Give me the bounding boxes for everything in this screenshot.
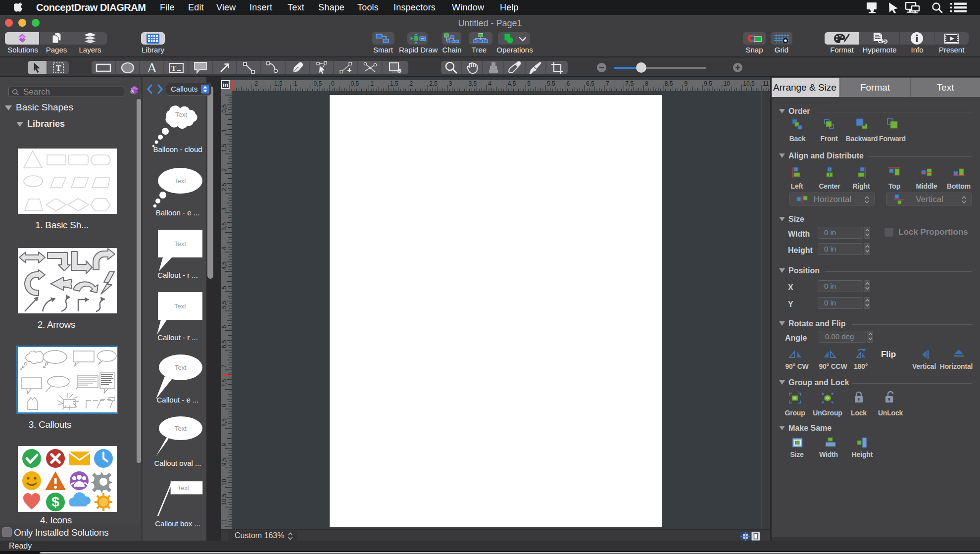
svg-text:9: 9 (684, 80, 687, 87)
svg-text:6: 6 (567, 80, 570, 87)
svg-text:8,5: 8,5 (665, 80, 673, 87)
svg-text:Text: Text (174, 302, 186, 310)
svg-text:5,5: 5,5 (221, 301, 228, 309)
svg-text:-1,5: -1,5 (272, 80, 283, 87)
svg-text:2,5: 2,5 (221, 183, 228, 191)
svg-text:-0,5: -0,5 (311, 80, 322, 87)
svg-text:3: 3 (221, 207, 228, 211)
svg-text:6,5: 6,5 (586, 80, 594, 87)
svg-text:3,5: 3,5 (468, 80, 477, 87)
svg-text:0: 0 (331, 80, 335, 87)
svg-text:7,5: 7,5 (626, 80, 634, 87)
svg-text:-1: -1 (292, 80, 297, 87)
svg-text:4: 4 (221, 247, 228, 250)
svg-text:0,5: 0,5 (351, 80, 359, 87)
svg-text:0,5: 0,5 (221, 104, 228, 113)
svg-text:1,5: 1,5 (390, 80, 398, 87)
svg-text:T: T (55, 63, 61, 72)
svg-text:4: 4 (488, 80, 491, 87)
svg-text:Text: Text (178, 485, 189, 492)
svg-text:Text: Text (175, 111, 187, 118)
svg-text:2: 2 (221, 168, 228, 172)
svg-text:6: 6 (221, 325, 228, 329)
svg-text:3,5: 3,5 (221, 222, 228, 230)
svg-text:T: T (171, 64, 176, 72)
svg-text:8: 8 (645, 80, 648, 87)
svg-text:-2: -2 (253, 80, 258, 87)
svg-text:1: 1 (370, 80, 374, 87)
svg-text:9,5: 9,5 (221, 457, 228, 466)
svg-text:Text: Text (174, 240, 186, 248)
svg-text:2: 2 (410, 80, 413, 87)
svg-text:9: 9 (221, 443, 228, 446)
svg-text:7: 7 (606, 80, 609, 87)
svg-text:7: 7 (221, 364, 228, 368)
svg-text:8,5: 8,5 (221, 418, 228, 427)
svg-text:3: 3 (449, 80, 452, 87)
svg-text:Text: Text (175, 425, 187, 432)
svg-text:11: 11 (763, 80, 769, 87)
svg-text:10,5: 10,5 (221, 494, 228, 505)
svg-text:1,5: 1,5 (221, 144, 228, 152)
svg-text:4,5: 4,5 (508, 80, 516, 87)
svg-text:9,5: 9,5 (704, 80, 712, 87)
svg-text:$: $ (51, 494, 59, 509)
svg-text:10,5: 10,5 (743, 80, 755, 87)
svg-text:5: 5 (221, 286, 228, 289)
svg-text:5,5: 5,5 (547, 80, 555, 87)
svg-text:11: 11 (221, 518, 228, 525)
svg-text:7,5: 7,5 (221, 379, 228, 387)
svg-text:8: 8 (221, 403, 228, 407)
svg-text:5: 5 (527, 80, 531, 87)
svg-text:1: 1 (221, 129, 228, 132)
svg-text:Text: Text (174, 177, 186, 185)
svg-text:10: 10 (724, 80, 731, 87)
svg-text:2,5: 2,5 (429, 80, 438, 87)
svg-text:A: A (147, 61, 157, 74)
svg-text:4,5: 4,5 (221, 261, 228, 270)
svg-text:6,5: 6,5 (221, 340, 228, 348)
svg-text:Text: Text (175, 364, 187, 371)
svg-text:10: 10 (221, 479, 228, 486)
